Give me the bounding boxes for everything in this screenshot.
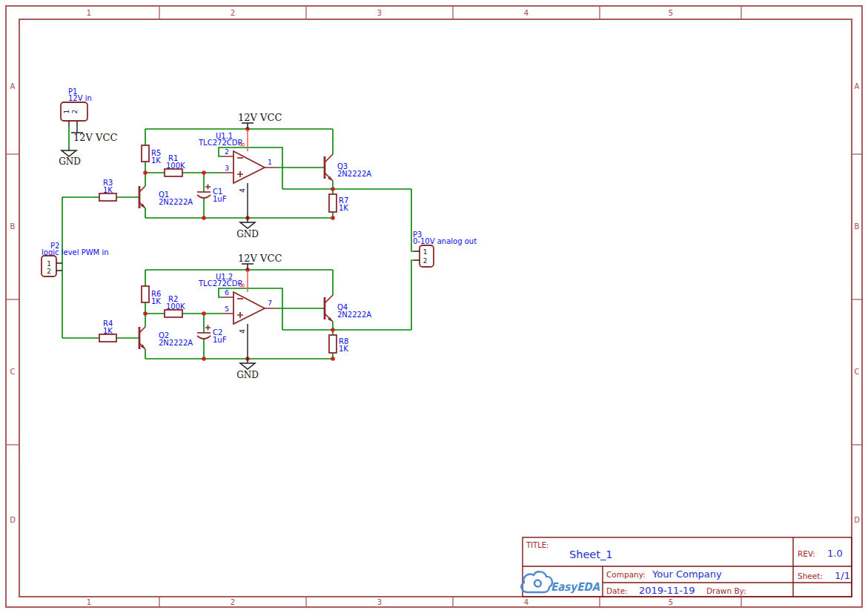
company-label: Company: bbox=[606, 570, 646, 579]
zone-number: 1 bbox=[87, 9, 91, 17]
part-name[interactable]: TLC272CDR bbox=[198, 139, 242, 147]
zone-number: 5 bbox=[669, 598, 673, 606]
resistor-body[interactable] bbox=[329, 194, 337, 212]
zone-number: 2 bbox=[231, 9, 235, 17]
resistor-body[interactable] bbox=[99, 193, 116, 201]
company-value[interactable]: Your Company bbox=[652, 569, 722, 580]
part-name[interactable]: TLC272CDR bbox=[198, 279, 242, 288]
part-value[interactable]: 2N2222A bbox=[337, 170, 371, 178]
part-value[interactable]: 1K bbox=[339, 345, 348, 353]
part-value[interactable]: 1uF bbox=[213, 336, 227, 344]
capacitor-C2[interactable]: C2 1uF bbox=[197, 325, 227, 345]
title-label: TITLE: bbox=[526, 541, 549, 549]
part-desc[interactable]: 0-10V analog out bbox=[413, 237, 477, 245]
net-label[interactable]: GND bbox=[59, 156, 81, 167]
date-label: Date: bbox=[606, 586, 628, 595]
resistor-body[interactable] bbox=[142, 145, 149, 162]
vcc-flag-p1[interactable]: 12V VCC bbox=[71, 132, 117, 143]
resistor-body[interactable] bbox=[165, 169, 182, 176]
schematic-canvas: 1 2 3 4 5 1 2 3 4 5 A B C D A B C D bbox=[0, 0, 868, 613]
gnd-flag-upper[interactable]: GND bbox=[236, 218, 259, 239]
resistor-body[interactable] bbox=[142, 286, 149, 302]
zone-number: 3 bbox=[377, 9, 382, 17]
pin-number: 2 bbox=[423, 257, 428, 265]
pin-number: 8 bbox=[238, 142, 246, 147]
pin-number: 2 bbox=[225, 148, 229, 156]
net-label[interactable]: 12V VCC bbox=[238, 253, 282, 264]
date-value[interactable]: 2019-11-19 bbox=[639, 585, 695, 596]
part-value[interactable]: 1K bbox=[339, 204, 348, 212]
part-value[interactable]: 1uF bbox=[213, 195, 227, 203]
resistor-R3[interactable]: R3 1K bbox=[99, 179, 116, 201]
zone-letter: A bbox=[855, 82, 860, 90]
resistor-R8[interactable]: R8 1K bbox=[329, 335, 348, 353]
pin-number: 7 bbox=[268, 299, 272, 307]
sheet-number[interactable]: 1/1 bbox=[835, 570, 850, 581]
part-value[interactable]: 1K bbox=[151, 297, 161, 305]
resistor-R7[interactable]: R7 1K bbox=[329, 194, 348, 212]
resistor-body[interactable] bbox=[99, 334, 116, 342]
part-value[interactable]: 1K bbox=[103, 186, 113, 194]
vcc-flag-lower[interactable]: 12V VCC bbox=[238, 253, 282, 270]
transistor-Q3[interactable]: Q3 2N2222A bbox=[325, 154, 371, 181]
zone-letter: B bbox=[855, 222, 860, 231]
resistor-body[interactable] bbox=[165, 310, 182, 317]
zone-number: 2 bbox=[231, 598, 235, 606]
part-value[interactable]: 2N2222A bbox=[337, 311, 371, 319]
transistor-Q4[interactable]: Q4 2N2222A bbox=[325, 295, 371, 322]
pin-number: 1 bbox=[268, 158, 272, 166]
zone-number: 4 bbox=[524, 9, 529, 17]
part-value[interactable]: 100K bbox=[166, 302, 185, 311]
connector-P1[interactable]: P1 12V in 1 2 bbox=[61, 87, 92, 133]
pin-number: 4 bbox=[238, 188, 246, 193]
zone-letter: D bbox=[854, 516, 860, 524]
part-value[interactable]: 100K bbox=[166, 162, 185, 170]
pin-number: 1 bbox=[63, 110, 70, 114]
pin-number: 2 bbox=[47, 268, 51, 275]
rev-value[interactable]: 1.0 bbox=[827, 548, 843, 559]
opamp-U1.2[interactable]: U1.2 TLC272CDR 6 5 7 8 4 bbox=[198, 270, 276, 359]
resistor-R6[interactable]: R6 1K bbox=[142, 286, 161, 305]
pin-number: 5 bbox=[225, 305, 229, 313]
resistor-R2[interactable]: R2 100K bbox=[165, 295, 185, 317]
zone-letter: C bbox=[855, 368, 860, 376]
zone-number: 4 bbox=[524, 598, 529, 606]
part-value[interactable]: 1K bbox=[103, 327, 113, 335]
connector-P2[interactable]: P2 logic level PWM in 1 2 bbox=[42, 242, 109, 276]
zone-number: 3 bbox=[377, 598, 382, 606]
sheet-title[interactable]: Sheet_1 bbox=[569, 549, 612, 560]
gnd-flag-p1[interactable]: GND bbox=[59, 148, 81, 167]
net-label[interactable]: 12V VCC bbox=[238, 112, 282, 123]
net-label[interactable]: 12V VCC bbox=[73, 132, 117, 143]
pin-number: 8 bbox=[238, 283, 246, 288]
part-value[interactable]: 2N2222A bbox=[159, 339, 193, 347]
drawn-by-label: Drawn By: bbox=[706, 586, 746, 595]
frame-outer-border bbox=[6, 6, 862, 607]
gnd-icon bbox=[62, 150, 76, 156]
gnd-flag-lower[interactable]: GND bbox=[236, 359, 259, 380]
net-label[interactable]: GND bbox=[236, 229, 259, 239]
frame-inner-border bbox=[19, 19, 852, 597]
resistor-R5[interactable]: R5 1K bbox=[142, 145, 161, 165]
part-desc[interactable]: 12V in bbox=[68, 94, 92, 102]
opamp-triangle[interactable] bbox=[233, 151, 265, 183]
pin-number: 6 bbox=[225, 288, 229, 296]
vcc-flag-upper[interactable]: 12V VCC bbox=[238, 112, 282, 129]
transistor-Q2[interactable]: Q2 2N2222A bbox=[139, 327, 193, 349]
part-value[interactable]: 1K bbox=[151, 156, 161, 165]
zone-number: 1 bbox=[87, 598, 91, 606]
part-value[interactable]: 2N2222A bbox=[159, 198, 193, 206]
resistor-body[interactable] bbox=[329, 335, 337, 353]
net-label[interactable]: GND bbox=[236, 370, 259, 380]
cloud-swirl-icon bbox=[534, 580, 541, 587]
gnd-icon bbox=[240, 222, 255, 228]
pin-number: 4 bbox=[238, 329, 246, 334]
resistor-R1[interactable]: R1 100K bbox=[165, 154, 185, 176]
transistor-Q1[interactable]: Q1 2N2222A bbox=[139, 186, 193, 208]
opamp-triangle[interactable] bbox=[233, 292, 265, 324]
opamp-U1.1[interactable]: U1.1 TLC272CDR 2 3 1 8 4 bbox=[198, 129, 276, 218]
capacitor-C1[interactable]: C1 1uF bbox=[197, 185, 227, 204]
resistor-R4[interactable]: R4 1K bbox=[99, 319, 116, 342]
pin-number: 2 bbox=[71, 110, 79, 114]
connector-P3[interactable]: P3 0-10V analog out 1 2 bbox=[413, 231, 477, 267]
